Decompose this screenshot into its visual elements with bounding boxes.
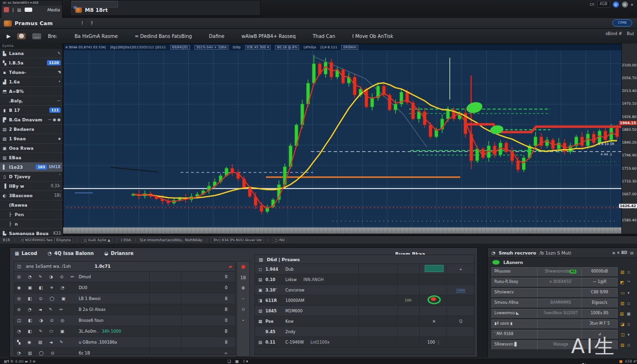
sidebar-item[interactable]: ◐3Bascoeo1B) — [0, 191, 63, 200]
toolbar-right[interactable]: sBind # Bu( — [605, 31, 634, 36]
detail-row[interactable]: ◻1.944Dub+ — [255, 264, 474, 274]
alert-icon[interactable]: ▰ — [228, 264, 232, 269]
aux-icon[interactable]: ▫ — [627, 270, 630, 274]
strategy-value-box[interactable]: Elgsoc/s — [582, 299, 618, 308]
strategy-button[interactable]: Rueu-R.0ooy — [491, 278, 540, 287]
strategy-value-box[interactable]: 60000sB — [582, 267, 618, 277]
strategy-header-right[interactable]: ≥ × BD — [612, 251, 628, 255]
sidebar-item[interactable]: ▪Tduoo-◥ — [0, 68, 63, 77]
sidebar-item[interactable]: (Rawoa — [0, 200, 63, 210]
order-row[interactable]: ◔ ▥ ◯ ⊙6c 1B= — [14, 348, 235, 359]
menu-item[interactable]: = Dedind Bans FatsBing — [135, 34, 192, 39]
menu-item[interactable]: Thad Can — [313, 34, 336, 39]
scroll-strip-button[interactable]: ⌄ — [241, 317, 245, 322]
sidebar-item[interactable]: ▌I1o23103UH1X — [0, 163, 63, 172]
order-row[interactable]: ⊘ ◔ ◄ ✎ ✏B 2a GI AloasB — [14, 304, 235, 315]
strategy-field[interactable] — [537, 288, 584, 298]
sidebar-item[interactable]: ▟1.6a• — [0, 77, 63, 87]
panel-tab[interactable]: ◒Driansre — [104, 251, 134, 256]
bu-label[interactable]: Bu( — [627, 31, 634, 36]
sidebar-item[interactable]: ⬒A=B% — [0, 87, 63, 96]
strategy-field[interactable]: ?ows9bso SU2007 — [537, 309, 584, 318]
strategy-button[interactable]: Smvou A9na — [491, 299, 540, 308]
order-row[interactable]: ◫ ◧ ◑ ⊙ ◎Bnsse6 foun0 — [14, 315, 235, 326]
help-icons[interactable]: ! ? — [82, 21, 96, 26]
tool-icon[interactable]: ▤ — [619, 311, 624, 316]
folder-icon[interactable]: ▤ — [630, 251, 634, 255]
page-icon[interactable] — [25, 8, 32, 12]
strategy-row-icons[interactable]: ◪▫ — [615, 322, 636, 327]
strategy-button[interactable]: '.MA 9168 — [491, 330, 540, 339]
menu-item[interactable]: Ba HxGmA Rasme — [74, 34, 118, 39]
scroll-strip-button[interactable]: ● — [241, 264, 246, 270]
detail-row[interactable]: ▦PseKew✕Q — [255, 316, 474, 327]
record-icon[interactable] — [4, 7, 9, 12]
card-icon[interactable]: ▤ — [17, 8, 21, 12]
strategy-field[interactable] — [537, 319, 584, 329]
sidebar-item[interactable]: ├n — [0, 219, 63, 229]
detail-row[interactable]: ▤0.10LidswINN.ANGH — [255, 274, 474, 285]
aux-icon[interactable]: ▫ — [627, 322, 630, 327]
sidebar-item[interactable]: ├Pen — [0, 210, 63, 219]
tool-icon[interactable]: ▤ — [620, 270, 625, 274]
price-axis[interactable]: 2100.002056.702013.401970.101926.801883.… — [621, 44, 637, 236]
strategy-field[interactable]: BAMMMMS — [537, 299, 584, 308]
scroll-strip-button[interactable]: – — [242, 296, 245, 301]
orders-scroll-strip[interactable]: ●1BΦ–▫⌄ — [237, 261, 250, 357]
menu-item[interactable]: I Move Ob AnTisk — [352, 34, 393, 39]
strategy-field[interactable]: × BOEKKSS' — [537, 278, 584, 287]
menu-item[interactable]: wAlwB PFAB4+ Rasseq — [241, 34, 295, 39]
statusbar-center-icon[interactable]: ▦ — [235, 359, 239, 364]
account-pill-button[interactable]: CfMB — [612, 19, 632, 27]
strategy-field[interactable]: ShwwoonsdaAS — [537, 267, 584, 277]
mini-window[interactable]: oc ss SelenW0+=4SE | ▤ Media — [1, 0, 63, 19]
scroll-strip-button[interactable]: ▫ — [242, 307, 245, 311]
scroll-strip-button[interactable]: Φ — [241, 286, 245, 291]
sidebar-item[interactable]: ▤2 Bedaera — [0, 125, 63, 134]
panel-tab[interactable]: ▦Lacod — [15, 251, 37, 256]
sidebar-item[interactable]: ▛B.Ga Dnavam— ● ● — [0, 115, 63, 125]
strategy-value-box[interactable]: 100Es BS — [582, 309, 618, 318]
order-row[interactable]: ◎ ◧ ⊙ ◯ ▣LB 1 Bwesi8 — [14, 293, 235, 304]
secondary-window[interactable]: ▦ M8 18rt — [70, 0, 261, 16]
detail-row[interactable]: ◨611R10000AM100 — [255, 295, 474, 306]
chart-canvas[interactable]: 1.8 10 1R4 44 .1 — [64, 50, 622, 228]
detail-link[interactable]: 1000 — [456, 288, 465, 293]
profile-icon[interactable]: ◍ — [622, 1, 628, 8]
time-axis[interactable] — [63, 228, 621, 234]
statusbar-center-icon[interactable]: ⌇ ▾ — [243, 359, 248, 364]
detail-row[interactable]: ▣3.10'Csncsrow1000 — [255, 285, 474, 295]
strategy-row-icons[interactable]: ▤▣ — [615, 311, 636, 316]
tool-icon[interactable]: ◩ — [620, 280, 624, 285]
statusbar-center[interactable]: ❏▦⌇ ▾ — [228, 359, 248, 364]
strategy-row-icons[interactable]: ▭▾ — [615, 291, 636, 295]
order-row[interactable]: ◎ ◔ ✎ ◑ ⊙ ✏Dmud0 — [14, 272, 235, 282]
strategy-row-icons[interactable]: ▥▫ — [615, 301, 636, 306]
strategy-value-box[interactable]: 3tun M F 5 — [582, 319, 618, 329]
aux-icon[interactable]: ▣ — [627, 311, 631, 316]
detail-row[interactable]: ▥1845M1M600 — [255, 306, 474, 316]
scroll-strip-button[interactable]: 1B — [240, 275, 246, 280]
detail-row[interactable]: ▧0.11C-1946WLnt1100x100 ⋮ — [255, 337, 474, 347]
tool-icon[interactable]: ◪ — [620, 322, 625, 327]
bind-label[interactable]: sBind # — [605, 31, 622, 36]
chat-icon[interactable]: … — [32, 33, 41, 39]
strategy-button[interactable]: Sihsiwwcv — [491, 288, 540, 298]
candlestick-chart[interactable]: A 904A 03.8741 03 534||0g1|00||0a1|01131… — [63, 44, 622, 228]
order-row[interactable]: ◉ ▣ ◧ ✈ ◔DU00 — [14, 282, 235, 293]
sidebar-item[interactable]: ▐IIBy w0.33- — [0, 182, 63, 191]
strategy-value-box[interactable]: — 1@R — [582, 278, 618, 287]
detail-row[interactable]: 9.452ndy — [255, 327, 474, 337]
strategy-row-icons[interactable]: ◩'* — [615, 280, 636, 285]
sidebar-item[interactable]: .Baly,— — [0, 96, 63, 106]
notification-icon[interactable]: ◍ — [613, 1, 619, 8]
panel-tab[interactable]: ◔4Q Issa Balonn — [48, 251, 94, 256]
tool-icon[interactable]: ▭ — [620, 291, 625, 295]
sidebar-item[interactable]: ▚I.B.5a1120 — [0, 58, 63, 68]
window-tab[interactable]: ▦ — [72, 1, 118, 8]
strategy-row-icons[interactable]: ▤▫ — [615, 270, 636, 274]
sidebar-item[interactable]: ▣Ooa Rvwa — [0, 144, 63, 153]
order-row[interactable]: ◔ ◧ ✎ ⬭ ▣3L.Ao0m .34h 1000B — [14, 326, 235, 337]
sidebar-item[interactable]: ▯D Tjavey˟ — [0, 172, 63, 182]
strategy-value-box[interactable]: C88 9/99 — [582, 288, 618, 298]
